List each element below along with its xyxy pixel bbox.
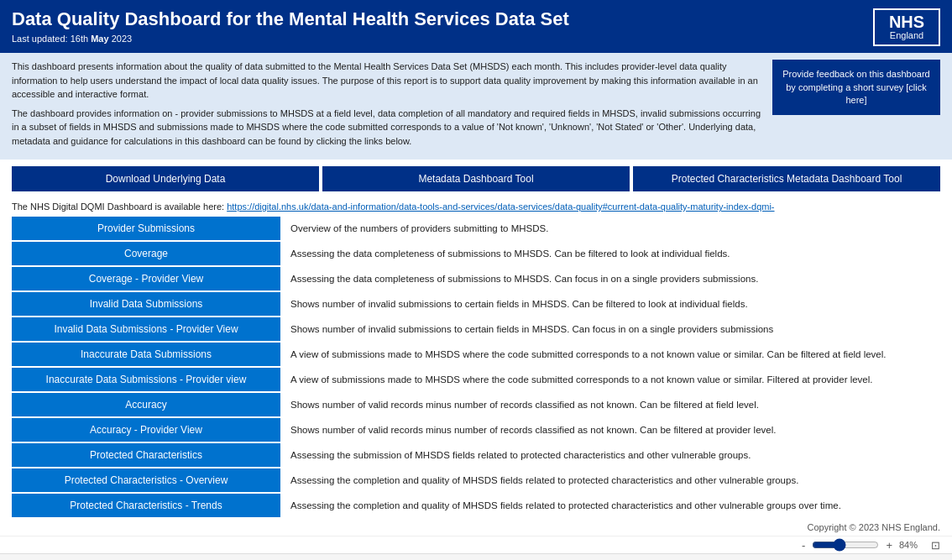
nhs-logo-sub: England [881, 30, 932, 41]
nav-item: Protected CharacteristicsAssessing the s… [12, 443, 940, 467]
header-content: Data Quality Dashboard for the Mental He… [12, 8, 569, 44]
zoom-slider[interactable] [812, 538, 879, 552]
nav-button-4[interactable]: Invalid Data Submissions - Provider View [12, 317, 280, 341]
nhs-logo-text: NHS [881, 13, 932, 30]
nav-item: Coverage - Provider ViewAssessing the da… [12, 267, 940, 290]
metadata-button[interactable]: Metadata Dashboard Tool [322, 166, 630, 191]
header: Data Quality Dashboard for the Mental He… [0, 0, 952, 53]
nav-desc-3: Shows number of invalid submissions to c… [280, 292, 940, 316]
nhs-link-prefix: The NHS Digital DQMI Dashboard is availa… [12, 201, 227, 212]
nav-desc-7: Shows number of valid records minus numb… [280, 393, 940, 416]
nav-list: Provider SubmissionsOverview of the numb… [0, 217, 952, 519]
description-area: This dashboard presents information abou… [0, 53, 952, 160]
nav-item: Invalid Data SubmissionsShows number of … [12, 292, 940, 316]
feedback-button[interactable]: Provide feedback on this dashboard by co… [772, 60, 940, 115]
download-button[interactable]: Download Underlying Data [12, 166, 319, 191]
nav-item: Provider SubmissionsOverview of the numb… [12, 217, 940, 240]
nav-button-3[interactable]: Invalid Data Submissions [12, 292, 280, 316]
nav-desc-1: Assessing the data completeness of submi… [280, 242, 940, 265]
nav-desc-11: Assessing the completion and quality of … [280, 494, 940, 517]
nav-desc-10: Assessing the completion and quality of … [280, 468, 940, 492]
nav-button-11[interactable]: Protected Characteristics - Trends [12, 494, 280, 517]
nhs-link[interactable]: https://digital.nhs.uk/data-and-informat… [227, 201, 774, 212]
nav-desc-0: Overview of the numbers of providers sub… [280, 217, 940, 240]
nav-button-0[interactable]: Provider Submissions [12, 217, 280, 240]
nav-button-6[interactable]: Inaccurate Data Submissions - Provider v… [12, 368, 280, 391]
zoom-value: 84% [899, 540, 924, 550]
nav-item: Protected Characteristics - OverviewAsse… [12, 468, 940, 492]
footer: Copyright © 2023 NHS England. [0, 519, 952, 536]
nav-item: CoverageAssessing the data completeness … [12, 242, 940, 265]
zoom-minus[interactable]: - [802, 539, 805, 552]
nav-desc-4: Shows number of invalid submissions to c… [280, 317, 940, 341]
nav-button-8[interactable]: Accuracy - Provider View [12, 418, 280, 442]
fit-screen-icon[interactable]: ⊡ [931, 539, 940, 552]
protected-metadata-button[interactable]: Protected Characteristics Metadata Dashb… [633, 166, 940, 191]
last-updated: Last updated: 16th May 2023 [12, 34, 569, 44]
nav-desc-2: Assessing the data completeness of submi… [280, 267, 940, 290]
nav-item: Invalid Data Submissions - Provider View… [12, 317, 940, 341]
nav-button-2[interactable]: Coverage - Provider View [12, 267, 280, 290]
description-paragraph-2: The dashboard provides information on - … [12, 107, 764, 149]
nav-button-9[interactable]: Protected Characteristics [12, 443, 280, 467]
nav-desc-8: Shows number of valid records minus numb… [280, 418, 940, 442]
nhs-link-bar: The NHS Digital DQMI Dashboard is availa… [0, 198, 952, 217]
nav-item: AccuracyShows number of valid records mi… [12, 393, 940, 416]
nav-button-7[interactable]: Accuracy [12, 393, 280, 416]
nav-item: Inaccurate Data SubmissionsA view of sub… [12, 343, 940, 366]
nav-desc-6: A view of submissions made to MHSDS wher… [280, 368, 940, 391]
buttons-row: Download Underlying Data Metadata Dashbo… [0, 160, 952, 198]
nav-item: Accuracy - Provider ViewShows number of … [12, 418, 940, 442]
description-text: This dashboard presents information abou… [12, 60, 764, 153]
nav-desc-9: Assessing the submission of MHSDS fields… [280, 443, 940, 467]
bottom-bar: Microsoft Power BI ❮ 1 de 15 ❯ [0, 553, 952, 560]
nav-button-1[interactable]: Coverage [12, 242, 280, 265]
copyright: Copyright © 2023 NHS England. [807, 522, 940, 532]
nav-button-10[interactable]: Protected Characteristics - Overview [12, 468, 280, 492]
nav-desc-5: A view of submissions made to MHSDS wher… [280, 343, 940, 366]
nav-item: Protected Characteristics - TrendsAssess… [12, 494, 940, 517]
nhs-logo: NHS England [873, 8, 940, 46]
description-paragraph-1: This dashboard presents information abou… [12, 60, 764, 102]
page-title: Data Quality Dashboard for the Mental He… [12, 8, 569, 30]
nav-item: Inaccurate Data Submissions - Provider v… [12, 368, 940, 391]
nav-button-5[interactable]: Inaccurate Data Submissions [12, 343, 280, 366]
zoom-plus[interactable]: + [886, 539, 892, 552]
